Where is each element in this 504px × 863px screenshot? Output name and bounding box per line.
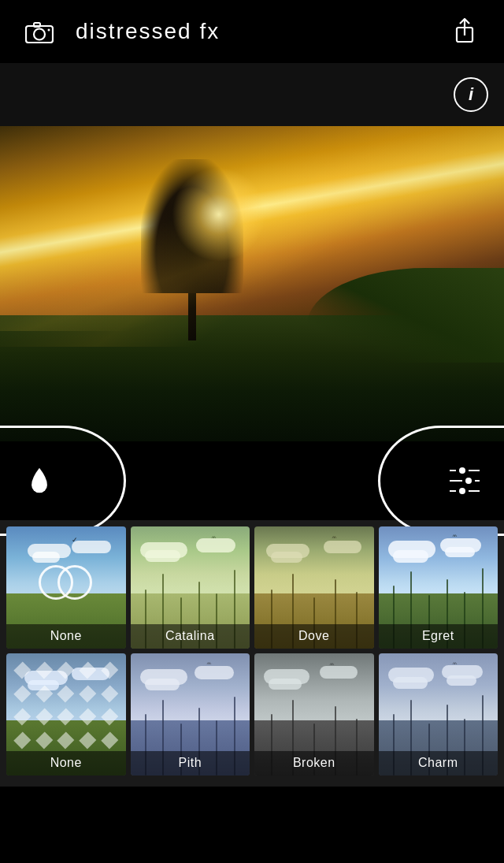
filter-label-dove: Dove [254,624,374,649]
bird: ^ ^ [452,660,455,668]
diamond [35,661,53,679]
cloud [445,547,475,557]
cloud [145,679,180,690]
settings-button[interactable] [441,457,488,504]
filters-section: ✓ None ^ ^ [0,520,504,787]
app-header: distressed fx [0,0,504,63]
sliders-icon [450,467,480,494]
camera-icon[interactable] [16,8,63,55]
bird: ^ ^ [212,534,215,541]
cloud [447,675,476,686]
cloud [72,541,111,553]
filter-egret[interactable]: ^ ^ Egret [379,526,498,649]
slider-dot [459,467,465,474]
filter-label-egret: Egret [379,624,498,649]
share-button[interactable] [441,8,488,55]
slider-line-3 [450,488,480,494]
info-button[interactable]: i [454,77,488,112]
controls-row [0,441,504,520]
filter-none2[interactable]: None [6,653,126,776]
diamond [57,661,75,679]
slider-track [475,480,480,482]
cloud [393,550,428,563]
cloud [271,552,302,563]
cloud [195,666,234,679]
photo-background [0,126,504,441]
filter-broken[interactable]: ^ ^ Broken [254,653,374,776]
diamond [57,731,75,749]
filter-label-catalina: Catalina [131,624,250,649]
diamond [35,731,53,749]
cloud [145,550,180,562]
bird: ^ ^ [332,534,335,541]
bird: ✓ [72,536,76,544]
diamond [101,685,118,702]
filter-dove[interactable]: ^ ^ Dove [254,526,374,649]
slider-dot [459,488,465,494]
filter-label-broken: Broken [254,751,374,776]
bird: ^ ^ [206,660,209,668]
photo-preview [0,126,504,441]
slider-line-1 [450,467,480,474]
cloud [393,677,428,689]
slider-line-2 [450,478,480,484]
opacity-button[interactable] [16,457,63,504]
svg-rect-2 [34,23,40,27]
bird: ^ ^ [452,533,455,540]
diamond [57,685,75,702]
info-bar: i [0,63,504,126]
circle-2 [57,565,92,600]
diamond [80,661,97,679]
cloud [32,552,60,563]
diamond [101,661,118,679]
none-icon [39,565,94,604]
slider-track [469,470,480,471]
diamond-pattern [13,660,120,750]
slider-track [469,490,480,492]
diamond [13,731,31,749]
diamond [13,685,31,702]
light-ray-2 [0,126,504,347]
bird: ^ ^ [329,661,332,668]
svg-point-3 [48,29,50,32]
diamond [35,708,53,725]
cloud [196,538,235,552]
filter-label-none: None [6,624,126,649]
header-left: distressed fx [16,8,220,55]
filter-none[interactable]: ✓ None [6,526,126,649]
cloud [320,666,358,679]
app-title: distressed fx [76,19,220,44]
filter-charm[interactable]: ^ ^ Charm [379,653,498,776]
filters-row-2: None ^ ^ [6,653,498,776]
filter-catalina[interactable]: ^ ^ Catalina [131,526,250,649]
svg-point-1 [34,29,45,40]
diamond [13,708,31,725]
cloud [269,679,302,690]
diamond [80,708,97,725]
filters-row-1: ✓ None ^ ^ [6,526,498,649]
slider-dot [465,478,472,484]
filter-label-none2: None [6,751,126,776]
slider-track [450,490,456,492]
filter-label-charm: Charm [379,751,498,776]
filter-label-pith: Pith [131,751,250,776]
slider-track [450,480,462,482]
diamond [101,708,118,725]
diamond [80,731,97,749]
slider-track [450,470,456,471]
diamond [101,731,118,749]
diamond [13,661,31,679]
diamond [57,708,75,725]
diamond [35,685,53,702]
filter-pith[interactable]: ^ ^ Pith [131,653,250,776]
cloud [324,541,361,553]
diamond [80,685,97,702]
